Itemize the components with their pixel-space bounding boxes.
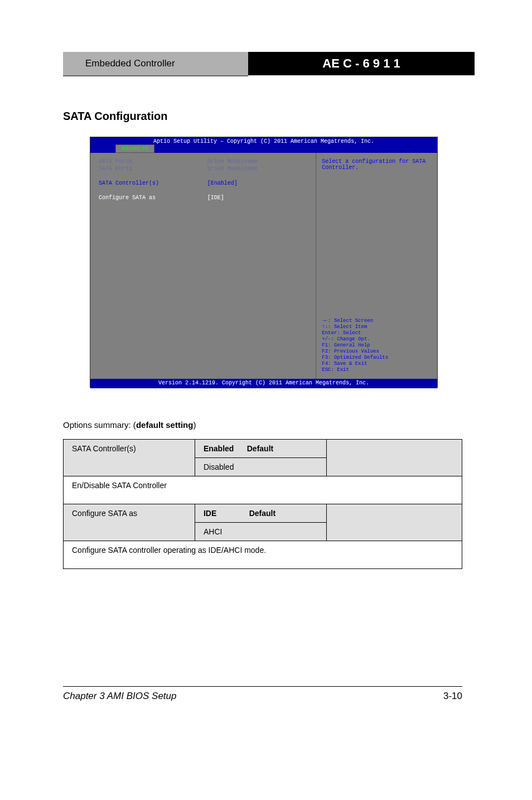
- bios-key: F4: Save & Exit: [322, 361, 432, 367]
- bios-spacer: [99, 173, 307, 179]
- bios-title-text: Aptio Setup Utility – Copyright (C) 2011…: [90, 138, 437, 144]
- footer-divider: [63, 686, 462, 687]
- bios-key: +/-: Change Opt.: [322, 336, 432, 342]
- bios-spacer: [99, 187, 307, 194]
- option-value-bold: Enabled: [204, 444, 234, 453]
- table-row: Configure SATA as IDE Default: [64, 504, 462, 523]
- header-left-label: Embedded Controller: [63, 52, 248, 76]
- bios-key: F1: General Help: [322, 343, 432, 348]
- bios-key-legend: →←: Select Screen ↑↓: Select Item Enter:…: [322, 318, 432, 373]
- bios-key: F3: Optimized Defaults: [322, 355, 432, 360]
- option-value-cell: IDE Default: [195, 504, 326, 523]
- bios-row: SATA Port0 Drive Modelname: [99, 158, 307, 165]
- options-table: SATA Controller(s) Enabled Default Disab…: [63, 439, 462, 569]
- option-description: Configure SATA controller operating as I…: [64, 541, 462, 569]
- section-title: SATA Configuration: [63, 110, 167, 123]
- option-default-label: Default: [249, 509, 275, 518]
- bios-key: Enter: Select: [322, 330, 432, 336]
- bios-label: SATA Controller(s): [99, 180, 207, 186]
- table-row: Configure SATA controller operating as I…: [64, 541, 462, 569]
- option-default-label: Default: [247, 444, 273, 453]
- option-value-cell: AHCI: [195, 523, 326, 541]
- bios-value: [IDE]: [207, 195, 224, 201]
- table-row: SATA Controller(s) Enabled Default: [64, 440, 462, 458]
- option-value-cell: Enabled Default: [195, 440, 326, 458]
- options-summary-label: Options summary: (default setting): [63, 420, 196, 430]
- bios-label: Configure SATA as: [99, 195, 207, 201]
- bios-tab-advanced[interactable]: Advanced: [115, 144, 154, 153]
- bios-value: [Enabled]: [207, 180, 238, 186]
- option-blank-cell: [326, 504, 462, 541]
- bios-help-text: Select a configuration for SATA Controll…: [322, 158, 432, 171]
- bios-label: SATA Port1: [99, 166, 207, 172]
- page-header: Embedded Controller AE C - 6 9 1 1: [63, 52, 475, 76]
- option-value-cell: Disabled: [195, 458, 326, 476]
- chapter-label: Chapter 3 AMI BIOS Setup: [63, 691, 176, 702]
- table-row: En/Disable SATA Controller: [64, 476, 462, 504]
- option-value-bold: IDE: [204, 509, 216, 518]
- bios-footer: Version 2.14.1219. Copyright (C) 2011 Am…: [90, 379, 437, 388]
- bios-key: F2: Previous Values: [322, 349, 432, 354]
- bios-value: Drive Modelname: [207, 166, 258, 172]
- bios-main-area: SATA Port0 Drive Modelname SATA Port1 Dr…: [90, 153, 437, 379]
- header-right-label: AE C - 6 9 1 1: [248, 52, 475, 76]
- bios-key: ↑↓: Select Item: [322, 324, 432, 330]
- bios-title: Aptio Setup Utility – Copyright (C) 2011…: [90, 137, 437, 153]
- bios-screenshot: Aptio Setup Utility – Copyright (C) 2011…: [90, 137, 438, 388]
- option-description: En/Disable SATA Controller: [64, 476, 462, 504]
- bios-row-sata-controller[interactable]: SATA Controller(s) [Enabled]: [99, 180, 307, 186]
- page-number: 3-10: [443, 691, 462, 702]
- option-blank-cell: [326, 440, 462, 476]
- option-name-cell: SATA Controller(s): [64, 440, 195, 476]
- bios-value: Drive Modelname: [207, 158, 258, 165]
- bios-left-panel: SATA Port0 Drive Modelname SATA Port1 Dr…: [90, 153, 316, 379]
- bios-row-configure-sata[interactable]: Configure SATA as [IDE]: [99, 195, 307, 201]
- bios-key: →←: Select Screen: [322, 318, 432, 324]
- bios-right-panel: Select a configuration for SATA Controll…: [316, 153, 437, 379]
- option-name-cell: Configure SATA as: [64, 504, 195, 541]
- bios-key: ESC: Exit: [322, 367, 432, 373]
- bios-label: SATA Port0: [99, 158, 207, 165]
- bios-tab-row: Advanced: [90, 144, 437, 153]
- bios-row: SATA Port1 Drive Modelname: [99, 166, 307, 172]
